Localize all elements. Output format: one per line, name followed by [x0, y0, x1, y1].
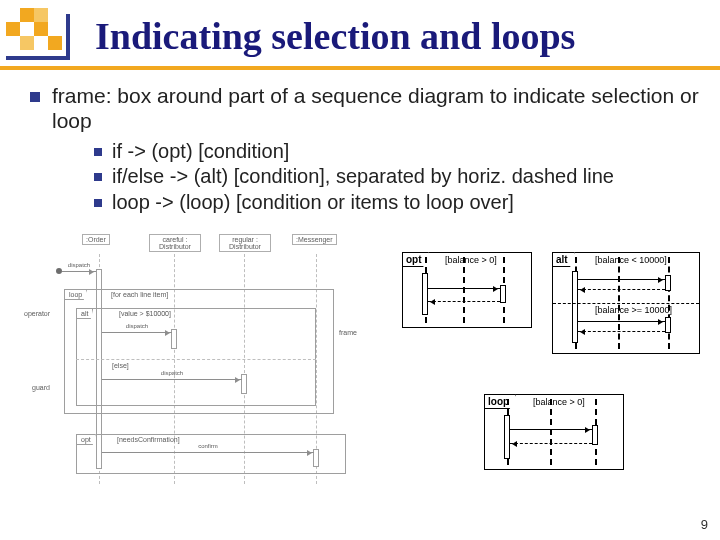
diagrams-area: :Order careful : Distributor regular : D… — [34, 234, 710, 530]
loop-tag: loop — [484, 394, 516, 409]
mini-alt-diagram: alt [balance < 10000] [balance >= 10000] — [552, 252, 700, 354]
sub-bullet-text: if/else -> (alt) [condition], separated … — [112, 165, 614, 189]
participant-box: :Order — [82, 234, 110, 245]
loop-condition: [balance > 0] — [533, 397, 585, 407]
main-bullet: frame: box around part of a sequence dia… — [30, 84, 700, 134]
mini-opt-diagram: opt [balance > 0] — [402, 252, 532, 328]
side-note: operator — [24, 310, 50, 317]
mini-loop-diagram: loop [balance > 0] — [484, 394, 624, 470]
participant-box: regular : Distributor — [219, 234, 271, 252]
page-number: 9 — [701, 517, 708, 532]
alt-condition-1: [balance < 10000] — [595, 255, 667, 265]
slide-title: Indicating selection and loops — [95, 14, 720, 58]
opt-tag: opt — [76, 434, 96, 445]
title-underline — [0, 66, 720, 70]
sub-bullet-text: loop -> (loop) [condition or items to lo… — [112, 191, 514, 215]
alt-condition: [value > $10000] — [119, 310, 171, 317]
bullet-marker — [30, 92, 40, 102]
sub-bullet-marker — [94, 199, 102, 207]
participant-box: careful : Distributor — [149, 234, 201, 252]
opt-condition: [balance > 0] — [445, 255, 497, 265]
alt-tag: alt — [552, 252, 575, 267]
sub-bullet: if -> (opt) [condition] — [94, 140, 700, 164]
sub-bullet-marker — [94, 173, 102, 181]
alt-tag: alt — [76, 308, 93, 319]
side-note: guard — [32, 384, 50, 391]
slide-body: frame: box around part of a sequence dia… — [30, 84, 700, 214]
sub-bullet-list: if -> (opt) [condition] if/else -> (alt)… — [94, 140, 700, 215]
sub-bullet: if/else -> (alt) [condition], separated … — [94, 165, 700, 189]
loop-condition: [for each line item] — [111, 291, 168, 298]
sub-bullet-text: if -> (opt) [condition] — [112, 140, 289, 164]
sub-bullet-marker — [94, 148, 102, 156]
sub-bullet: loop -> (loop) [condition or items to lo… — [94, 191, 700, 215]
opt-condition: [needsConfirmation] — [117, 436, 180, 443]
main-bullet-text: frame: box around part of a sequence dia… — [52, 84, 700, 134]
large-sequence-diagram: :Order careful : Distributor regular : D… — [34, 234, 374, 489]
else-label: [else] — [112, 362, 129, 369]
alt-condition-2: [balance >= 10000] — [595, 305, 672, 315]
participant-box: :Messenger — [292, 234, 337, 245]
loop-tag: loop — [64, 289, 87, 300]
slide-corner-decoration — [6, 6, 66, 66]
side-note: frame — [339, 329, 357, 336]
